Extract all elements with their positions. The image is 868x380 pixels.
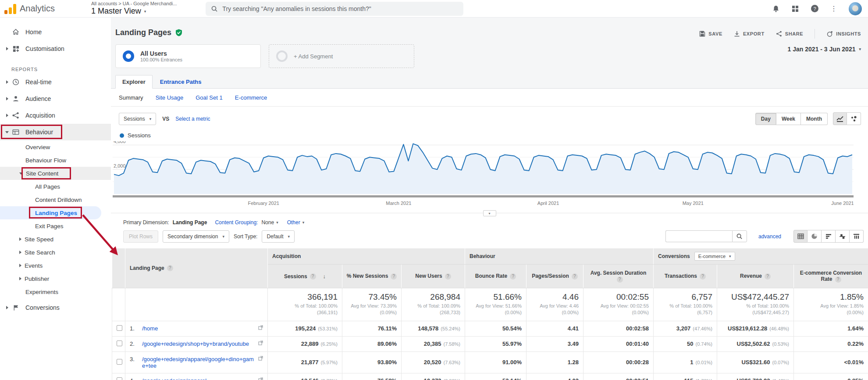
avatar[interactable] xyxy=(849,2,862,15)
tab-explorer[interactable]: Explorer xyxy=(115,75,153,89)
line-chart-view-button[interactable] xyxy=(833,112,847,125)
conversions-type-select[interactable]: E-commerce ▾ xyxy=(694,252,735,261)
granularity-month-button[interactable]: Month xyxy=(801,113,828,125)
help-icon[interactable]: ? xyxy=(510,273,516,280)
search-input[interactable] xyxy=(222,5,458,12)
sidebar-item-content-drilldown[interactable]: Content Drilldown xyxy=(0,193,111,206)
sidebar-item-behaviour[interactable]: Behaviour xyxy=(0,124,111,140)
help-icon[interactable]: ? xyxy=(765,273,771,280)
sort-type-dropdown[interactable]: Default ▾ xyxy=(262,230,295,243)
sidebar-item-overview[interactable]: Overview xyxy=(0,140,111,154)
sidebar-item-realtime[interactable]: Real-time xyxy=(0,74,111,90)
motion-chart-view-button[interactable] xyxy=(847,112,861,125)
analytics-brand[interactable]: Analytics xyxy=(4,4,70,14)
landing-page-link[interactable]: /home xyxy=(142,325,254,332)
performance-bars-view-icon[interactable] xyxy=(822,230,836,243)
metric-dropdown[interactable]: Sessions ▾ xyxy=(119,113,156,125)
column-header-new-users[interactable]: New Users? xyxy=(402,265,465,288)
subtab-ecommerce[interactable]: E-commerce xyxy=(235,94,267,101)
column-header-avg-session-duration[interactable]: Avg. Session Duration? xyxy=(583,265,654,288)
sidebar-item-acquisition[interactable]: Acquisition xyxy=(0,107,111,124)
insights-button[interactable]: INSIGHTS xyxy=(826,31,861,37)
row-checkbox[interactable] xyxy=(117,359,122,365)
help-icon[interactable]: ? xyxy=(810,4,819,13)
share-button[interactable]: SHARE xyxy=(776,31,804,37)
open-in-new-icon[interactable] xyxy=(258,377,263,380)
sidebar-item-conversions[interactable]: Conversions xyxy=(0,299,111,316)
open-in-new-icon[interactable] xyxy=(258,356,263,361)
column-header-new-sessions[interactable]: % New Sessions? xyxy=(342,265,402,288)
column-header-revenue[interactable]: Revenue? xyxy=(717,265,794,288)
sidebar-item-site-content[interactable]: Site Content xyxy=(0,167,111,180)
primary-dimension-landing-page[interactable]: Landing Page xyxy=(173,219,207,226)
help-icon[interactable]: ? xyxy=(835,276,841,283)
subtab-summary[interactable]: Summary xyxy=(119,94,143,101)
select-metric-link[interactable]: Select a metric xyxy=(175,116,210,122)
sidebar-item-audience[interactable]: Audience xyxy=(0,90,111,107)
sidebar-item-exit-pages[interactable]: Exit Pages xyxy=(0,219,111,233)
column-header-sessions[interactable]: Sessions?↓ xyxy=(268,265,342,288)
breadcrumb[interactable]: All accounts > UA - Google Merchandi... xyxy=(91,1,177,7)
save-button[interactable]: SAVE xyxy=(699,31,722,37)
collapse-chart-button[interactable]: ▾ xyxy=(483,210,496,216)
help-icon[interactable]: ? xyxy=(617,276,623,283)
column-header-landing-page[interactable]: Landing Page? xyxy=(125,248,268,288)
more-vert-icon[interactable]: ⋮ xyxy=(829,4,838,13)
add-segment-button[interactable]: + Add Segment xyxy=(269,44,414,68)
sidebar-item-events[interactable]: Events xyxy=(0,259,111,272)
landing-page-link[interactable]: /google+redesign/shop+by+brand/youtube xyxy=(142,341,254,347)
subtab-goal-set-1[interactable]: Goal Set 1 xyxy=(196,94,222,101)
help-icon[interactable]: ? xyxy=(445,273,451,280)
table-search-input[interactable] xyxy=(665,230,732,242)
secondary-dimension-dropdown[interactable]: Secondary dimension ▾ xyxy=(163,230,229,243)
content-grouping-link[interactable]: Content Grouping: xyxy=(215,219,258,226)
landing-page-link[interactable]: /google+redesign/apparel xyxy=(142,377,254,380)
plot-rows-button[interactable]: Plot Rows xyxy=(123,230,158,243)
sidebar-item-behaviour-flow[interactable]: Behaviour Flow xyxy=(0,154,111,167)
column-header-transactions[interactable]: Transactions? xyxy=(654,265,717,288)
help-icon[interactable]: ? xyxy=(167,265,173,271)
percentage-pie-view-icon[interactable] xyxy=(808,230,822,243)
global-search[interactable] xyxy=(206,2,463,16)
group-header-acquisition: Acquisition xyxy=(268,248,465,265)
other-dimension-link[interactable]: Other ▾ xyxy=(287,219,305,226)
help-icon[interactable]: ? xyxy=(572,273,578,280)
date-range-picker[interactable]: 1 Jan 2021 - 3 Jun 2021 ▾ xyxy=(788,46,861,53)
brand-name: Analytics xyxy=(20,4,55,14)
sidebar-item-landing-pages[interactable]: Landing Pages xyxy=(0,206,101,219)
apps-grid-icon[interactable] xyxy=(791,4,800,13)
column-header-ecommerce-conversion-rate[interactable]: E-commerce Conversion Rate? xyxy=(794,265,868,288)
advanced-filter-link[interactable]: advanced xyxy=(758,233,781,240)
row-checkbox[interactable] xyxy=(117,325,122,331)
table-search-button[interactable] xyxy=(732,230,747,242)
column-header-bounce-rate[interactable]: Bounce Rate? xyxy=(465,265,526,288)
segment-all-users[interactable]: All Users 100.00% Entrances xyxy=(115,44,261,68)
tab-entrance-paths[interactable]: Entrance Paths xyxy=(153,75,209,88)
help-icon[interactable]: ? xyxy=(391,273,397,280)
sidebar-item-experiments[interactable]: Experiments xyxy=(0,285,111,298)
sidebar-item-site-speed[interactable]: Site Speed xyxy=(0,233,111,246)
help-icon[interactable]: ? xyxy=(700,273,706,280)
sidebar-item-customisation[interactable]: Customisation xyxy=(0,40,111,57)
granularity-day-button[interactable]: Day xyxy=(755,113,776,125)
sidebar-item-site-search[interactable]: Site Search xyxy=(0,246,111,259)
open-in-new-icon[interactable] xyxy=(258,325,263,330)
sidebar-item-all-pages[interactable]: All Pages xyxy=(0,180,111,193)
granularity-week-button[interactable]: Week xyxy=(776,113,801,125)
content-grouping-value[interactable]: None ▾ xyxy=(261,219,278,226)
column-header-pages-session[interactable]: Pages/Session? xyxy=(526,265,583,288)
comparison-view-icon[interactable] xyxy=(836,230,850,243)
subtab-site-usage[interactable]: Site Usage xyxy=(156,94,184,101)
view-switcher[interactable]: 1 Master View ▾ xyxy=(91,7,177,16)
sidebar-item-home[interactable]: Home xyxy=(0,24,111,40)
landing-page-link[interactable]: /google+redesign/apparel/google+dino+gam… xyxy=(142,356,254,369)
notifications-bell-icon[interactable] xyxy=(772,4,780,13)
row-checkbox[interactable] xyxy=(117,377,122,380)
pivot-view-icon[interactable] xyxy=(850,230,864,243)
help-icon[interactable]: ? xyxy=(310,273,316,280)
row-checkbox[interactable] xyxy=(117,341,122,346)
export-button[interactable]: EXPORT xyxy=(734,31,765,37)
open-in-new-icon[interactable] xyxy=(258,341,263,345)
sidebar-item-publisher[interactable]: Publisher xyxy=(0,272,111,285)
data-table-view-icon[interactable] xyxy=(793,230,808,243)
